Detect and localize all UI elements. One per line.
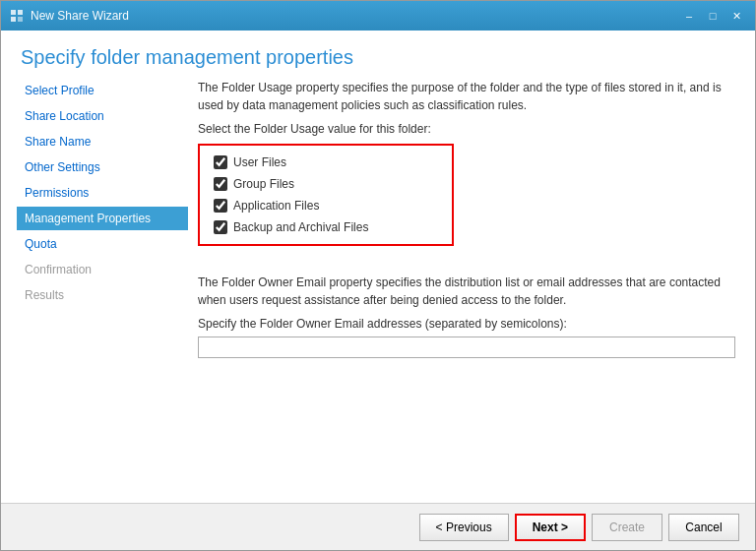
checkbox-label-backup-archival-files: Backup and Archival Files xyxy=(233,220,368,234)
checkbox-group-files[interactable] xyxy=(214,177,227,191)
window-controls: – □ ✕ xyxy=(678,6,747,26)
checkbox-backup-archival-files[interactable] xyxy=(214,220,227,234)
checkbox-item-backup-archival-files: Backup and Archival Files xyxy=(214,220,438,234)
right-content: The Folder Usage property specifies the … xyxy=(188,79,755,503)
email-input[interactable] xyxy=(198,337,735,358)
checkbox-user-files[interactable] xyxy=(214,155,227,169)
svg-rect-1 xyxy=(18,10,23,15)
sidebar-item-quota[interactable]: Quota xyxy=(17,232,188,256)
checkbox-item-group-files: Group Files xyxy=(214,177,438,191)
sidebar-item-results: Results xyxy=(17,283,188,307)
close-button[interactable]: ✕ xyxy=(725,6,747,26)
sidebar-item-select-profile[interactable]: Select Profile xyxy=(17,79,188,102)
minimize-button[interactable]: – xyxy=(678,6,700,26)
email-label: Specify the Folder Owner Email addresses… xyxy=(198,317,735,331)
next-button[interactable]: Next > xyxy=(515,514,586,541)
content-area: Specify folder management properties Sel… xyxy=(1,31,755,503)
sidebar-item-permissions[interactable]: Permissions xyxy=(17,181,188,205)
main-content: Select Profile Share Location Share Name… xyxy=(1,79,755,503)
folder-usage-checkbox-group: User Files Group Files Application Files… xyxy=(198,144,454,246)
checkbox-item-application-files: Application Files xyxy=(214,199,438,213)
select-label: Select the Folder Usage value for this f… xyxy=(198,122,735,136)
email-description: The Folder Owner Email property specifie… xyxy=(198,274,735,309)
title-bar-left: New Share Wizard xyxy=(9,8,129,24)
checkbox-label-user-files: User Files xyxy=(233,155,286,169)
maximize-button[interactable]: □ xyxy=(702,6,724,26)
folder-usage-description: The Folder Usage property specifies the … xyxy=(198,79,735,114)
page-title: Specify folder management properties xyxy=(1,31,755,79)
svg-rect-0 xyxy=(11,10,16,15)
create-button[interactable]: Create xyxy=(592,514,662,541)
sidebar-item-share-name[interactable]: Share Name xyxy=(17,130,188,153)
svg-rect-2 xyxy=(11,17,16,22)
cancel-button[interactable]: Cancel xyxy=(668,514,739,541)
checkbox-label-application-files: Application Files xyxy=(233,199,319,213)
previous-button[interactable]: < Previous xyxy=(419,514,509,541)
sidebar: Select Profile Share Location Share Name… xyxy=(1,79,188,503)
sidebar-item-confirmation: Confirmation xyxy=(17,258,188,281)
main-window: New Share Wizard – □ ✕ Specify folder ma… xyxy=(0,0,756,551)
checkbox-application-files[interactable] xyxy=(214,199,227,213)
app-icon xyxy=(9,8,25,24)
checkbox-label-group-files: Group Files xyxy=(233,177,294,191)
svg-rect-3 xyxy=(18,17,23,22)
checkbox-item-user-files: User Files xyxy=(214,155,438,169)
window-title: New Share Wizard xyxy=(31,9,129,23)
bottom-bar: < Previous Next > Create Cancel xyxy=(1,503,755,550)
sidebar-item-management-properties[interactable]: Management Properties xyxy=(17,207,188,230)
sidebar-item-other-settings[interactable]: Other Settings xyxy=(17,155,188,179)
title-bar: New Share Wizard – □ ✕ xyxy=(1,1,755,31)
sidebar-item-share-location[interactable]: Share Location xyxy=(17,104,188,128)
